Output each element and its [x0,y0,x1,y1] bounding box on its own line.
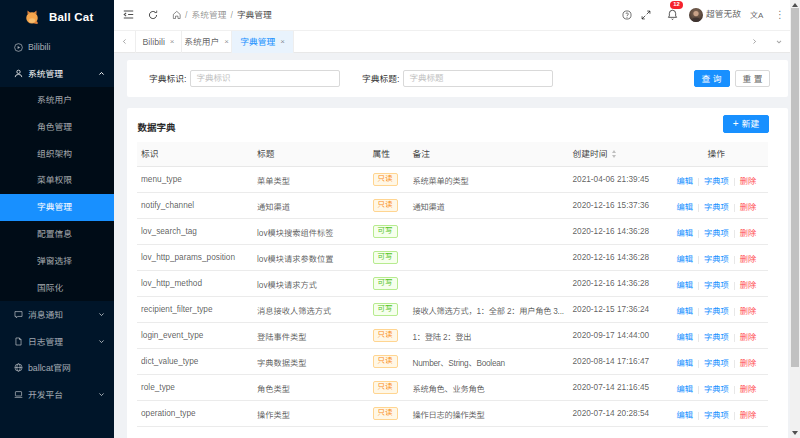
reload-icon[interactable] [148,0,158,30]
cell-code: menu_type [137,167,253,193]
close-icon[interactable]: × [224,37,229,46]
username[interactable]: 超管无敌 [706,0,741,30]
edit-link[interactable]: 编辑 [676,177,693,186]
dict-items-link[interactable]: 字典项 [704,359,729,368]
sidebar-item-i18n[interactable]: 国际化 [0,275,114,302]
sidebar-item-menu-perm[interactable]: 菜单权限 [0,167,114,194]
sidebar-item-devtools[interactable]: 开发平台 [0,381,114,408]
fullscreen-icon[interactable] [641,0,651,30]
delete-link[interactable]: 删除 [740,333,757,342]
question-circle-icon[interactable] [622,0,632,30]
sidebar-item-label: Bilibili [28,42,50,52]
logo[interactable]: Ball Cat [0,0,114,34]
edit-link[interactable]: 编辑 [676,359,693,368]
delete-link[interactable]: 删除 [740,359,757,368]
sidebar-item-users[interactable]: 系统用户 [0,87,114,114]
sidebar-item-dict[interactable]: 字典管理 [0,194,114,221]
dict-code-input[interactable] [190,70,340,87]
topbar: / 系统管理 / 字典管理 12 超管无敌 文A ⋮ [114,0,790,30]
attr-tag: 可写 [373,225,398,238]
tab-users[interactable]: 系统用户 × [182,31,232,54]
dict-items-link[interactable]: 字典项 [704,229,729,238]
scrollbar-down-icon[interactable] [792,431,798,435]
tab-bilibili[interactable]: Bilibili × [135,31,182,54]
delete-link[interactable]: 删除 [740,411,757,420]
sidebar-item-roles[interactable]: 角色管理 [0,114,114,141]
multi-tab-bar: Bilibili × 系统用户 × 字典管理 × [114,30,790,54]
dict-items-link[interactable]: 字典项 [704,385,729,394]
action-divider [734,204,735,212]
create-button-label: 新建 [742,117,760,130]
delete-link[interactable]: 删除 [740,177,757,186]
tab-menu-icon[interactable] [768,31,789,54]
edit-link[interactable]: 编辑 [676,229,693,238]
table-row: lov_search_tag lov模块搜索组件标签 可写 2020-12-16… [137,219,768,245]
attr-tag: 可写 [373,303,398,316]
sidebar-item-org[interactable]: 组织架构 [0,141,114,168]
create-button[interactable]: +新建 [723,115,769,133]
file-icon [14,337,23,346]
dict-items-link[interactable]: 字典项 [704,307,729,316]
attr-tag: 可写 [373,251,398,264]
scrollbar-up-icon[interactable] [792,3,798,7]
delete-link[interactable]: 删除 [740,307,757,316]
dict-items-link[interactable]: 字典项 [704,411,729,420]
edit-link[interactable]: 编辑 [676,411,693,420]
home-icon[interactable] [172,10,182,20]
reset-button[interactable]: 重 置 [735,70,770,87]
tab-scroll-right-icon[interactable] [744,31,765,54]
cell-code: notify_channel [137,193,253,219]
search-button[interactable]: 查 询 [694,70,730,87]
edit-link[interactable]: 编辑 [676,333,693,342]
tab-dict[interactable]: 字典管理 × [232,31,294,54]
sidebar-item-lov[interactable]: 弹窗选择 [0,248,114,275]
scrollbar-thumb[interactable] [791,8,799,367]
dict-items-link[interactable]: 字典项 [704,255,729,264]
more-icon[interactable]: ⋮ [775,0,785,30]
sidebar-item-website[interactable]: ballcat官网 [0,354,114,381]
table-row: lov_http_method lov模块请求方式 可写 2020-12-16 … [137,271,768,297]
edit-link[interactable]: 编辑 [676,385,693,394]
sidebar-item-bilibili[interactable]: Bilibili [0,34,114,61]
avatar[interactable] [689,8,703,22]
cell-actions: 编辑字典项删除 [665,193,768,219]
cell-actions: 编辑字典项删除 [665,219,768,245]
sidebar-item-label: 系统管理 [28,67,63,80]
tab-label: 字典管理 [240,35,275,48]
col-created[interactable]: 创建时间 [568,142,665,167]
sidebar-item-notify[interactable]: 消息通知 [0,301,114,328]
cell-title: 操作类型 [253,401,369,427]
dict-items-link[interactable]: 字典项 [704,177,729,186]
sidebar-item-config[interactable]: 配置信息 [0,221,114,248]
translate-icon[interactable]: 文A [750,0,763,30]
delete-link[interactable]: 删除 [740,255,757,264]
dict-items-link[interactable]: 字典项 [704,333,729,342]
cell-attr: 只读 [368,167,408,193]
cell-created: 2020-07-14 21:16:45 [568,375,665,401]
tab-scroll-left-icon[interactable] [114,31,135,54]
sidebar-item-system[interactable]: 系统管理 [0,61,114,88]
close-icon[interactable]: × [170,37,175,46]
delete-link[interactable]: 删除 [740,203,757,212]
dict-items-link[interactable]: 字典项 [704,281,729,290]
edit-link[interactable]: 编辑 [676,281,693,290]
action-divider [734,360,735,368]
laptop-icon [14,390,23,399]
cell-title: lov模块请求参数位置 [253,245,369,271]
dict-title-input[interactable] [403,70,553,87]
sidebar-item-logs[interactable]: 日志管理 [0,328,114,355]
edit-link[interactable]: 编辑 [676,307,693,316]
tab-label: 系统用户 [184,35,219,48]
menu-fold-icon[interactable] [123,0,134,30]
edit-link[interactable]: 编辑 [676,255,693,264]
edit-link[interactable]: 编辑 [676,203,693,212]
window-scrollbar[interactable] [790,0,800,438]
breadcrumb-item[interactable]: 系统管理 [191,8,226,21]
dict-items-link[interactable]: 字典项 [704,203,729,212]
delete-link[interactable]: 删除 [740,281,757,290]
delete-link[interactable]: 删除 [740,385,757,394]
close-icon[interactable]: × [280,37,285,46]
sorter-icon[interactable] [612,150,616,157]
delete-link[interactable]: 删除 [740,229,757,238]
col-code: 标识 [137,142,253,167]
